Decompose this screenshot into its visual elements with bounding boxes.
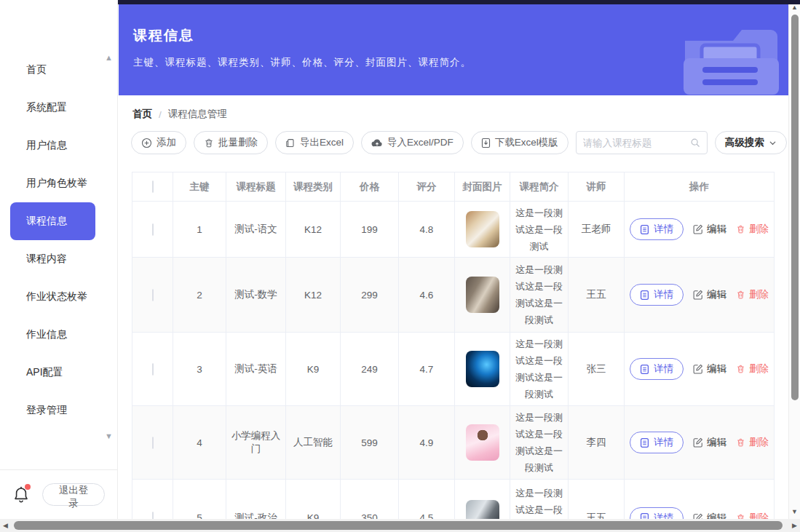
search-icon[interactable] (690, 138, 700, 148)
breadcrumb-home[interactable]: 首页 (132, 108, 152, 121)
document-lines-icon (640, 437, 649, 448)
row-actions: 详情 编辑 删除 (627, 358, 772, 380)
cell-teacher: 王老师 (569, 202, 625, 258)
sidebar-item-label: 登录管理 (26, 404, 67, 417)
notification-bell-icon[interactable] (12, 485, 30, 504)
breadcrumb: 首页 / 课程信息管理 (132, 108, 788, 121)
scrollbar-right-arrow-icon[interactable]: ▶ (792, 523, 797, 529)
cell-id: 5 (173, 480, 226, 520)
cell-price: 599 (341, 406, 399, 480)
delete-button[interactable]: 删除 (736, 223, 769, 236)
export-sheet-icon (285, 138, 296, 148)
sidebar-item[interactable]: 作业状态枚举 (0, 278, 117, 316)
scrollbar-up-arrow-icon[interactable]: ▲ (791, 4, 798, 11)
header-teacher: 讲师 (569, 172, 625, 202)
cell-teacher: 李四 (569, 406, 625, 480)
row-checkbox[interactable] (152, 437, 154, 449)
horizontal-scrollbar-thumb[interactable] (14, 521, 783, 530)
cell-intro: 这是一段测试这是一段测试这是一段测试 (510, 333, 569, 406)
download-template-button[interactable]: 下载Excel模版 (471, 131, 569, 154)
trash-icon (736, 364, 745, 374)
export-excel-button[interactable]: 导出Excel (275, 131, 354, 154)
vertical-scrollbar-thumb[interactable] (791, 15, 799, 400)
edit-button[interactable]: 编辑 (693, 362, 726, 376)
sidebar-item[interactable]: 系统配置 (0, 89, 117, 127)
batch-delete-button[interactable]: 批量删除 (194, 131, 268, 154)
row-checkbox[interactable] (152, 512, 154, 519)
cell-category: K12 (286, 258, 341, 333)
delete-button[interactable]: 删除 (736, 288, 769, 301)
cell-id: 4 (173, 406, 226, 480)
cell-teacher: 王五 (569, 480, 625, 520)
sidebar-item[interactable]: 用户信息 (0, 127, 117, 164)
edit-pencil-icon (693, 437, 703, 448)
cell-category: K9 (286, 480, 341, 520)
sidebar-item[interactable]: 作业信息 (0, 316, 117, 354)
add-button[interactable]: 添加 (131, 131, 186, 154)
sidebar-item[interactable]: API配置 (0, 354, 117, 392)
table-row: 1 测试-语文 K12 199 4.8 这是一段测试这是一段测试 王老师 详情 … (132, 202, 775, 258)
cell-rating: 4.8 (399, 202, 455, 258)
edit-button[interactable]: 编辑 (693, 288, 726, 301)
cell-teacher: 王五 (569, 258, 625, 333)
horizontal-scrollbar[interactable]: ◀ ▶ (0, 519, 800, 532)
table-row: 3 测试-英语 K9 249 4.7 这是一段测试这是一段测试这是一段测试 张三… (132, 333, 775, 406)
sidebar-item-label: 首页 (26, 63, 47, 76)
header-category: 课程类别 (286, 172, 341, 202)
sidebar-item[interactable]: 用户角色枚举 (0, 164, 117, 202)
cell-category: K9 (286, 333, 341, 406)
sidebar-item-label: API配置 (26, 366, 63, 379)
edit-button[interactable]: 编辑 (693, 436, 726, 449)
sidebar-item[interactable]: 课程信息 (10, 202, 95, 240)
cell-title: 小学编程入门 (226, 406, 286, 480)
sidebar-scroll-up-icon[interactable]: ▲ (105, 54, 113, 62)
delete-button[interactable]: 删除 (736, 436, 769, 449)
advanced-search-button[interactable]: 高级搜索 (715, 131, 787, 154)
cell-rating: 4.9 (399, 406, 455, 480)
delete-button[interactable]: 删除 (736, 362, 769, 376)
delete-button[interactable]: 删除 (736, 512, 769, 520)
plus-circle-icon (141, 138, 152, 148)
scrollbar-down-arrow-icon[interactable]: ▼ (791, 509, 798, 515)
vertical-scrollbar[interactable]: ▲ ▼ (788, 0, 800, 519)
cell-price: 249 (341, 333, 399, 406)
logout-button[interactable]: 退出登录 (42, 483, 105, 506)
cell-title: 测试-政治 (226, 480, 286, 520)
select-all-checkbox[interactable] (152, 180, 154, 193)
edit-button[interactable]: 编辑 (693, 512, 726, 520)
detail-button[interactable]: 详情 (630, 432, 684, 453)
cover-image (466, 351, 499, 387)
detail-button[interactable]: 详情 (630, 284, 684, 306)
edit-pencil-icon (693, 290, 703, 300)
import-excel-button[interactable]: 导入Excel/PDF (361, 131, 464, 154)
sidebar-item-label: 作业信息 (26, 328, 67, 341)
header-rating: 评分 (399, 172, 455, 202)
row-checkbox[interactable] (152, 289, 154, 301)
sidebar: ▲ 首页 系统配置 用户信息 用户角色枚举 课程信息 课程内容 (0, 0, 118, 519)
header-actions: 操作 (625, 172, 775, 202)
sidebar-item[interactable]: 课程内容 (0, 240, 117, 278)
sidebar-scroll-down-icon[interactable]: ▼ (105, 432, 113, 440)
course-table-wrap: 主键 课程标题 课程类别 价格 评分 封面图片 课程简介 讲师 操作 1 测试-… (132, 172, 774, 519)
chevron-down-icon (769, 139, 777, 147)
cover-image (466, 500, 499, 520)
search-box (576, 131, 708, 154)
cover-image (466, 424, 499, 461)
sidebar-item-label: 作业状态枚举 (26, 290, 87, 303)
row-actions: 详情 编辑 删除 (627, 284, 772, 306)
cover-image (466, 211, 499, 247)
search-input[interactable] (583, 138, 686, 148)
row-checkbox[interactable] (152, 223, 154, 236)
edit-button[interactable]: 编辑 (693, 223, 726, 236)
sidebar-item[interactable]: 登录管理 (0, 392, 117, 429)
cell-price: 299 (341, 258, 399, 333)
row-checkbox[interactable] (152, 363, 154, 376)
sidebar-item[interactable]: 首页 (0, 51, 117, 89)
table-row: 5 测试-政治 K9 350 4.5 这是一段测试这是一段测试这是一段测试 王五… (132, 480, 775, 520)
cell-title: 测试-英语 (226, 333, 286, 406)
detail-button[interactable]: 详情 (630, 358, 684, 380)
sidebar-menu: 首页 系统配置 用户信息 用户角色枚举 课程信息 课程内容 作业状态枚举 (0, 0, 117, 429)
scrollbar-left-arrow-icon[interactable]: ◀ (3, 523, 8, 529)
detail-button[interactable]: 详情 (630, 507, 684, 520)
detail-button[interactable]: 详情 (630, 218, 684, 240)
